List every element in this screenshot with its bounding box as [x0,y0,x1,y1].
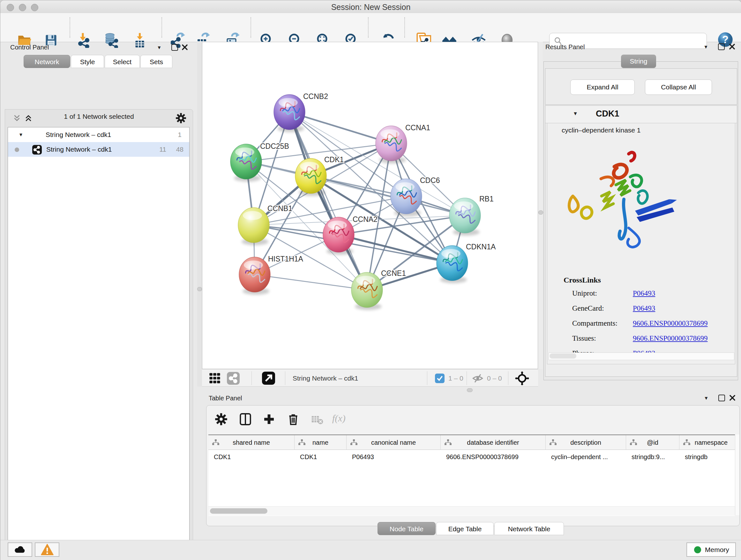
network-row-selected[interactable]: String Network – cdk1 11 48 [8,142,189,157]
function-builder-icon[interactable]: f(x) [332,413,346,424]
crosslink-link[interactable]: P06493 [633,304,655,313]
selected-checkbox[interactable] [435,374,445,383]
protein-structure-image [563,148,684,257]
column-header-database-identifier[interactable]: database identifier [441,435,546,450]
cloud-status-button[interactable] [8,543,32,557]
tab-sets[interactable]: Sets [140,55,172,68]
network-node-CDK1[interactable] [295,159,327,196]
column-header-namespace[interactable]: namespace [679,435,735,450]
tab-string[interactable]: String [621,55,656,68]
tab-edge-table[interactable]: Edge Table [436,522,494,535]
network-node-CCNA2[interactable] [323,217,354,255]
panel-menu-caret-icon[interactable]: ▼ [154,43,164,52]
network-collection-row[interactable]: ▼ String Network – cdk1 1 [8,127,189,142]
column-header-shared-name[interactable]: shared name [208,435,294,450]
network-node-CCNB1[interactable] [238,207,269,245]
panel-menu-caret-icon[interactable]: ▼ [701,393,711,402]
crosslink-link[interactable]: 9606.ENSP00000378699 [633,334,708,343]
tab-network[interactable]: Network [23,55,70,68]
table-vscrollbar[interactable] [735,435,739,515]
cell-name[interactable]: CDK1 [294,450,347,464]
network-node-CCNB2[interactable] [274,95,305,132]
collapse-all-button[interactable]: Collapse All [645,79,712,95]
panel-menu-caret-icon[interactable]: ▼ [701,42,711,51]
expand-all-button[interactable]: Expand All [570,79,635,95]
network-node-HIST1H1A[interactable] [239,257,270,295]
crosslink-link[interactable]: P06493 [633,289,655,298]
section-node-name: CDK1 [596,109,619,119]
network-tab-content: 1 of 1 Network selected ▼ String Network… [5,109,193,560]
node-table: shared namenamecanonical namedatabase id… [208,435,735,516]
network-canvas[interactable]: CCNB2CCNA1CDC25BCDK1CDC6RB1CCNB1CCNA2CDK… [202,42,538,369]
bottom-splitter-handle[interactable] [467,388,473,392]
tab-network-table[interactable]: Network Table [494,522,564,535]
main-toolbar: ? [0,13,741,42]
right-splitter-handle[interactable] [538,210,543,214]
warning-status-button[interactable] [35,543,59,557]
column-header-description[interactable]: description [546,435,626,450]
panel-close-icon[interactable] [728,393,737,402]
network-edges [246,112,465,290]
tab-node-table[interactable]: Node Table [378,522,435,535]
panel-float-icon[interactable] [717,393,726,402]
cell-canonical-name[interactable]: P06493 [347,450,441,464]
column-header-name[interactable]: name [294,435,347,450]
node-label-CDC6: CDC6 [420,176,440,185]
cell-description[interactable]: cyclin–dependent ... [546,450,626,464]
delete-table-icon[interactable] [309,412,325,427]
network-tree: ▼ String Network – cdk1 1 String Network… [8,127,190,560]
show-columns-icon[interactable] [238,412,253,427]
tab-style[interactable]: Style [71,55,104,68]
network-node-CDKN1A[interactable] [436,246,468,283]
network-graph: CCNB2CCNA1CDC25BCDK1CDC6RB1CCNB1CCNA2CDK… [202,42,538,369]
panel-float-icon[interactable] [170,43,179,52]
left-splitter[interactable] [197,42,202,387]
network-options-gear-icon[interactable] [176,113,186,125]
open-in-window-icon[interactable] [262,372,275,385]
cell-database-identifier[interactable]: 9606.ENSP00000378699 [441,450,546,464]
right-splitter[interactable] [538,42,543,369]
cell-namespace[interactable]: stringdb [679,450,735,464]
crosslinks-list: Uniprot:P06493GeneCard:P06493Compartment… [547,287,735,362]
add-column-icon[interactable] [261,412,277,427]
toolbar-separator [70,17,70,38]
network-node-CCNE1[interactable] [351,272,383,310]
delete-column-icon[interactable] [286,412,301,427]
toolbar-separator [368,17,368,38]
column-header-canonical-name[interactable]: canonical name [347,435,441,450]
section-collapse-caret-icon[interactable]: ▼ [573,111,578,117]
control-panel-title: Control Panel [10,44,49,51]
memory-button[interactable]: Memory [686,543,736,557]
table-hscrollbar-thumb[interactable] [210,508,267,514]
panel-close-icon[interactable] [180,43,190,52]
tab-select[interactable]: Select [105,55,140,68]
memory-button-label: Memory [705,546,729,554]
results-hscrollbar-thumb[interactable] [549,354,576,359]
table-settings-gear-icon[interactable] [213,412,229,427]
fit-target-icon[interactable] [515,371,529,387]
network-collection-label: String Network – cdk1 [46,127,111,142]
table-panel-header: Table Panel ▼ [206,393,741,405]
share-network-icon[interactable] [227,372,240,385]
network-edge-CCNB2-CCNE1 [289,112,367,290]
cell--id[interactable]: stringdb:9... [626,450,679,464]
current-network-dot-icon [15,147,19,152]
results-hscrollbar[interactable] [549,353,734,360]
crosslinks-title: CrossLinks [563,276,601,285]
hidden-eye-icon[interactable] [472,373,483,385]
grid-view-icon[interactable] [209,372,221,386]
control-panel: Control Panel ▼ Network Style Select Set… [0,42,197,540]
left-splitter-handle[interactable] [197,287,202,291]
panel-close-icon[interactable] [727,42,737,51]
column-header--id[interactable]: @id [626,435,679,450]
cell-shared-name[interactable]: CDK1 [208,450,294,464]
panel-float-icon[interactable] [717,42,726,51]
table-hscrollbar[interactable] [208,506,735,516]
crosslink-row: GeneCard:P06493 [547,302,735,317]
node-result-detail: cyclin–dependent kinase 1 [547,123,735,364]
network-node-CDC25B[interactable] [230,144,262,182]
tree-expand-caret-icon[interactable]: ▼ [18,127,23,142]
network-node-RB1[interactable] [449,198,481,236]
network-node-CCNA1[interactable] [376,126,407,164]
crosslink-link[interactable]: 9606.ENSP00000378699 [633,319,708,327]
